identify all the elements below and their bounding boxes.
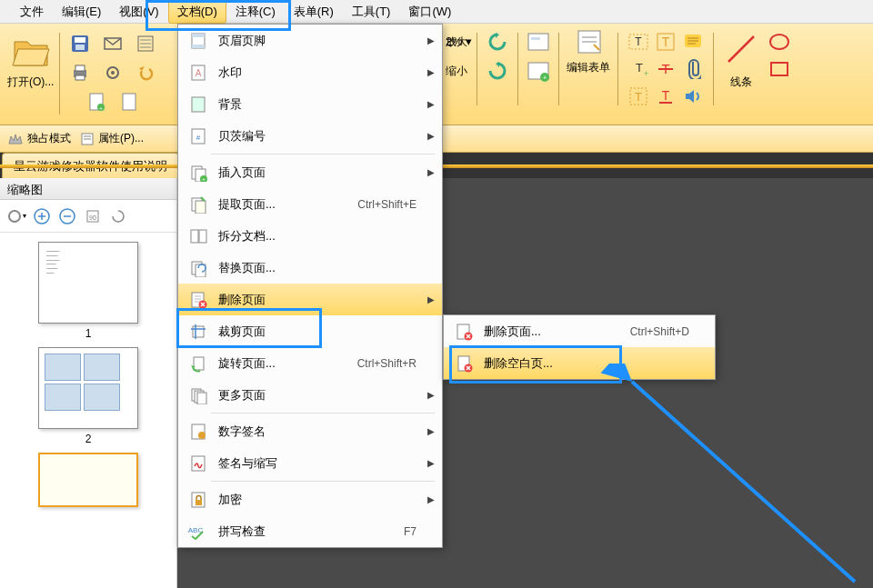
rect-tool[interactable] [767,56,792,82]
sound-icon[interactable] [680,84,706,109]
menu-header-footer[interactable]: 页眉页脚▶ [178,25,442,56]
underline-icon[interactable]: T [653,84,678,109]
properties-icon [80,132,95,146]
submenu-delete-pages[interactable]: 删除页面...Ctrl+Shift+D [444,315,715,347]
thumb-settings-button[interactable]: ▾ [5,205,27,227]
encrypt-icon [187,489,209,511]
thumb-zoom-out-button[interactable] [56,205,78,227]
text-add-icon[interactable]: T+ [626,56,651,82]
svg-text:T: T [662,88,670,103]
edit-form-button[interactable] [576,29,601,55]
menu-split-doc[interactable]: 拆分文档... [178,220,442,252]
svg-rect-89 [196,500,202,505]
open-button[interactable] [9,29,53,73]
thumb-refresh-button[interactable] [107,205,129,227]
more-pages-icon [187,384,209,406]
background-icon [187,94,209,115]
menu-file[interactable]: 文件 [11,0,53,24]
header-footer-icon [187,30,209,52]
menu-bates-number[interactable]: #贝茨编号▶ [178,120,442,152]
circle-tool[interactable] [767,29,792,55]
lines-label: 线条 [730,75,752,90]
menu-window[interactable]: 窗口(W) [399,0,460,24]
textbox-icon[interactable]: T [626,29,651,55]
thumbnail-1[interactable]: ━━━━━━━━━━━━━━━━━━━━━━━━━━━━━━━━━━━ 1 [38,242,138,340]
menu-view[interactable]: 视图(V) [110,0,167,24]
svg-rect-81 [194,357,204,370]
svg-text:+: + [100,105,104,111]
thumbnail-2[interactable]: 2 [38,347,138,445]
menu-extract-page[interactable]: 提取页面...Ctrl+Shift+E [178,188,442,220]
watermark-icon: A [187,62,209,84]
menu-insert-page[interactable]: +插入页面▶ [178,156,442,188]
zoom-in-button[interactable]: 放大 [444,29,469,55]
svg-rect-9 [75,65,85,71]
text-dashed-icon[interactable]: T [626,84,651,109]
note-icon[interactable] [680,29,706,55]
mail-button[interactable] [98,29,127,58]
svg-point-12 [111,71,115,75]
page-number-icon: # [187,125,209,147]
signature-icon [187,453,209,474]
line-tool-button[interactable] [721,29,761,69]
menu-edit[interactable]: 编辑(E) [53,0,110,24]
replace-page-icon [187,257,209,279]
menu-crop-page[interactable]: 裁剪页面 [178,315,442,347]
new-doc-button[interactable]: + [82,87,111,116]
form-add-button[interactable]: + [526,58,551,84]
menu-rotate-page[interactable]: 旋转页面...Ctrl+Shift+R [178,347,442,379]
thumb-zoom-in-button[interactable] [31,205,53,227]
document-menu-dropdown: 页眉页脚▶ A水印▶ 背景▶ #贝茨编号▶ +插入页面▶ 提取页面...Ctrl… [177,24,443,548]
print-button[interactable] [65,58,95,87]
menu-digital-signature[interactable]: 数字签名▶ [178,415,442,447]
menu-document[interactable]: 文档(D) [168,0,226,24]
strikethrough-icon[interactable]: T [653,56,678,82]
form-field-button[interactable] [526,29,551,55]
properties-button[interactable]: 属性(P)... [80,131,144,146]
crown-icon [7,133,24,145]
attach-icon[interactable] [680,56,706,82]
scan-button[interactable] [131,29,160,58]
svg-point-86 [198,432,206,439]
menu-form[interactable]: 表单(R) [285,0,343,24]
exclusive-mode-button[interactable]: 独占模式 [7,131,71,146]
menu-encrypt[interactable]: 加密▶ [178,483,442,515]
svg-rect-17 [528,34,548,50]
spellcheck-icon: ABC [187,521,209,543]
rotate-right-button[interactable] [485,58,510,84]
menu-more-pages[interactable]: 更多页面▶ [178,379,442,411]
svg-text:A: A [196,68,202,78]
menu-signature[interactable]: 签名与缩写▶ [178,447,442,479]
menu-background[interactable]: 背景▶ [178,88,442,120]
svg-text:T: T [636,61,643,75]
gear-button[interactable] [98,58,127,87]
zoom-in-label: 放大 [446,35,467,50]
menu-replace-page[interactable]: 替换页面... [178,252,442,284]
delete-page-icon [453,321,475,343]
blank-doc-button[interactable] [115,87,144,116]
thumb-rotate-button[interactable]: 90 [82,205,104,227]
menu-tools[interactable]: 工具(T) [343,0,400,24]
text-t-icon[interactable]: T [653,29,678,55]
svg-text:+: + [644,69,648,78]
svg-rect-56 [192,34,205,37]
menu-bar: 文件 编辑(E) 视图(V) 文档(D) 注释(C) 表单(R) 工具(T) 窗… [0,0,873,24]
zoom-out-button[interactable]: 缩小 [444,58,469,84]
save-button[interactable] [65,29,95,58]
thumbnail-3[interactable] [38,453,138,511]
svg-text:T: T [635,35,642,48]
menu-watermark[interactable]: A水印▶ [178,56,442,88]
svg-rect-43 [771,63,788,75]
svg-rect-69 [191,230,198,243]
svg-rect-10 [75,75,85,80]
svg-text:90: 90 [89,214,96,221]
menu-comment[interactable]: 注释(C) [226,0,285,24]
menu-delete-page[interactable]: 删除页面▶ [178,284,442,315]
undo-button[interactable] [131,58,160,87]
submenu-delete-blank[interactable]: 删除空白页... [444,347,715,379]
rotate-left-button[interactable] [485,29,510,55]
menu-spellcheck[interactable]: ABC拼写检查F7 [178,515,442,547]
split-doc-icon [187,225,209,247]
svg-text:+: + [543,75,547,81]
svg-text:T: T [662,35,670,49]
